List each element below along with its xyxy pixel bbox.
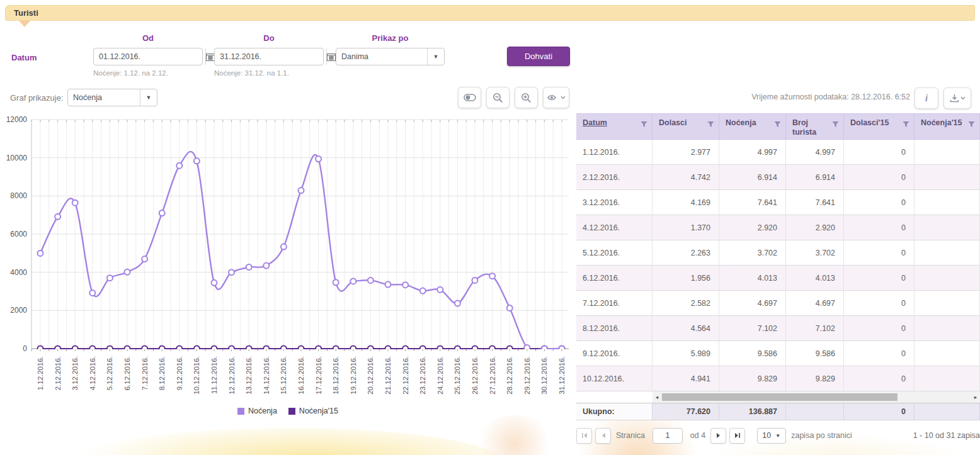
data-point[interactable] bbox=[55, 214, 60, 220]
calendar-icon[interactable] bbox=[205, 48, 215, 65]
table-cell: 3.12.2016. bbox=[576, 190, 652, 215]
column-header-3[interactable]: Noćenja bbox=[719, 114, 786, 139]
column-header-1[interactable]: Datum bbox=[576, 114, 652, 139]
last-page-icon bbox=[734, 432, 741, 439]
filter-icon[interactable] bbox=[774, 121, 781, 130]
calendar-icon[interactable] bbox=[326, 48, 336, 65]
table-row[interactable]: 3.12.2016.4.1697.6417.6410 bbox=[576, 190, 980, 215]
table-row[interactable]: 7.12.2016.2.5824.6974.6970 bbox=[576, 291, 980, 316]
table-cell: 10.12.2016. bbox=[576, 366, 652, 391]
table-row[interactable]: 6.12.2016.1.9564.0134.0130 bbox=[576, 266, 980, 291]
zoom-out-button[interactable] bbox=[486, 87, 510, 108]
data-point[interactable] bbox=[507, 305, 513, 311]
scroll-right-icon[interactable]: ▸ bbox=[971, 394, 980, 400]
table-cell bbox=[914, 215, 980, 240]
table-cell: 1.12.2016. bbox=[576, 140, 652, 164]
data-point[interactable] bbox=[229, 269, 234, 275]
filter-icon[interactable] bbox=[641, 121, 647, 130]
data-point[interactable] bbox=[212, 280, 217, 286]
data-point[interactable] bbox=[263, 263, 269, 269]
data-point[interactable] bbox=[472, 278, 478, 283]
filter-icon[interactable] bbox=[832, 121, 839, 130]
next-page-button[interactable] bbox=[710, 428, 726, 444]
table-cell: 9.829 bbox=[786, 366, 844, 391]
table-row[interactable]: 8.12.2016.4.5647.1027.1020 bbox=[576, 316, 980, 341]
page-size-select[interactable]: 10 ▼ bbox=[757, 428, 786, 444]
x-axis-tick-label: 16.12.2016. bbox=[297, 356, 305, 395]
scroll-left-icon[interactable]: ◂ bbox=[652, 394, 661, 400]
graf-series-select[interactable]: Noćenja ▼ bbox=[67, 89, 157, 106]
visibility-menu-button[interactable] bbox=[543, 87, 569, 108]
data-point[interactable] bbox=[316, 156, 321, 162]
table-cell bbox=[914, 316, 980, 340]
table-row[interactable]: 4.12.2016.1.3702.9202.9200 bbox=[576, 215, 980, 240]
x-axis-tick-label: 20.12.2016. bbox=[367, 356, 374, 395]
data-point[interactable] bbox=[281, 244, 287, 250]
x-axis-tick-label: 2.12.2016. bbox=[54, 356, 62, 390]
stranica-label: Stranica bbox=[616, 431, 645, 440]
table-cell: 3.702 bbox=[786, 240, 844, 265]
data-point[interactable] bbox=[176, 163, 182, 169]
table-row[interactable]: 9.12.2016.5.9899.5869.5860 bbox=[576, 341, 980, 366]
previous-page-button[interactable] bbox=[595, 428, 611, 444]
data-point[interactable] bbox=[402, 282, 408, 288]
table-cell bbox=[914, 190, 980, 215]
data-point[interactable] bbox=[299, 188, 304, 193]
download-button[interactable] bbox=[943, 87, 971, 109]
scrollbar-thumb[interactable] bbox=[662, 393, 897, 401]
legend-item[interactable]: Noćenja'15 bbox=[288, 407, 338, 415]
column-header-6[interactable]: Noćenja'15 bbox=[914, 114, 980, 139]
table-row[interactable]: 5.12.2016.2.2633.7023.7020 bbox=[576, 240, 980, 266]
data-point[interactable] bbox=[107, 275, 113, 281]
data-point[interactable] bbox=[385, 282, 391, 288]
column-header-label: Broj turista bbox=[792, 118, 816, 137]
table-cell: 6.12.2016. bbox=[576, 266, 652, 290]
date-from-input[interactable] bbox=[94, 48, 205, 65]
data-point[interactable] bbox=[455, 301, 460, 306]
last-page-button[interactable] bbox=[729, 428, 745, 444]
page-title-bar[interactable]: Turisti bbox=[5, 5, 975, 21]
filter-icon[interactable] bbox=[903, 121, 909, 130]
data-point[interactable] bbox=[89, 290, 95, 296]
date-to-input[interactable] bbox=[215, 48, 326, 65]
prikaz-po-select[interactable]: Danima ▼ bbox=[336, 48, 445, 65]
data-point[interactable] bbox=[246, 264, 252, 270]
y-axis-tick-label: 12000 bbox=[6, 115, 28, 124]
data-point[interactable] bbox=[368, 278, 373, 283]
dohvati-button[interactable]: Dohvati bbox=[507, 47, 570, 66]
data-point[interactable] bbox=[437, 287, 443, 293]
zoom-in-button[interactable] bbox=[515, 87, 538, 108]
info-button[interactable]: i bbox=[914, 87, 938, 109]
data-point[interactable] bbox=[333, 279, 339, 285]
totals-cell bbox=[786, 403, 844, 420]
data-point[interactable] bbox=[125, 269, 130, 275]
table-row[interactable]: 10.12.2016.4.9419.8299.8290 bbox=[576, 366, 980, 391]
data-point[interactable] bbox=[142, 256, 147, 262]
table-row[interactable]: 1.12.2016.2.9774.9974.9970 bbox=[576, 140, 980, 165]
page-number-input[interactable] bbox=[652, 428, 683, 444]
legend-item[interactable]: Noćenja bbox=[237, 407, 277, 415]
column-header-5[interactable]: Dolasci'15 bbox=[844, 114, 914, 139]
table-row[interactable]: 2.12.2016.4.7426.9146.9140 bbox=[576, 165, 980, 190]
filter-icon[interactable] bbox=[968, 121, 975, 130]
data-point[interactable] bbox=[38, 250, 43, 256]
filter-icon[interactable] bbox=[707, 121, 714, 130]
table-cell: 9.12.2016. bbox=[576, 341, 652, 366]
data-point[interactable] bbox=[420, 288, 426, 294]
data-point[interactable] bbox=[350, 278, 356, 284]
column-header-4[interactable]: Broj turista bbox=[786, 114, 844, 139]
do-label: Do bbox=[214, 33, 324, 43]
column-header-2[interactable]: Dolasci bbox=[652, 114, 719, 139]
scrollbar-track[interactable]: ◂ ▸ bbox=[652, 391, 980, 403]
data-point[interactable] bbox=[489, 273, 495, 279]
table-cell: 7.102 bbox=[786, 316, 844, 340]
decorative-blob bbox=[76, 428, 504, 455]
toggle-chart-button[interactable] bbox=[458, 87, 481, 108]
data-point[interactable] bbox=[72, 200, 78, 206]
first-page-button[interactable] bbox=[576, 428, 592, 444]
table-cell: 4.013 bbox=[786, 266, 844, 290]
line-chart: 0200040006000800010000120001.12.2016.2.1… bbox=[4, 115, 572, 404]
data-point[interactable] bbox=[194, 158, 200, 164]
table-cell: 3.702 bbox=[719, 240, 786, 265]
data-point[interactable] bbox=[159, 210, 165, 216]
